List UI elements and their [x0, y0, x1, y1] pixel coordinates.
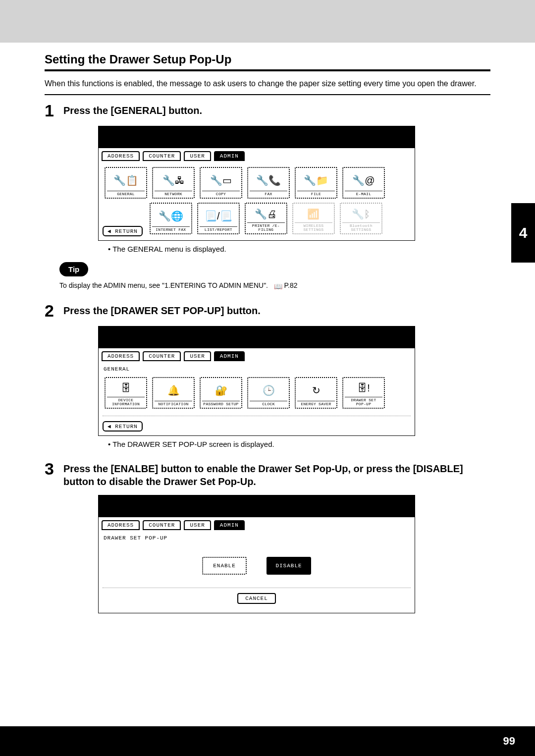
step-1: 1 Press the [GENERAL] button. ADDRESS CO…	[45, 102, 490, 290]
tip-badge: Tip	[59, 262, 88, 276]
divider-thin	[45, 94, 490, 95]
wireless-button: 📶 WIRELESS SETTINGS	[292, 203, 335, 234]
notification-icon: 🔔	[167, 379, 180, 401]
return-button-2[interactable]: ◀ RETURN	[103, 421, 143, 432]
step-3-number: 3	[45, 460, 58, 477]
clock-icon: 🕒	[263, 379, 275, 401]
bluetooth-label: Bluetooth SETTINGS	[342, 222, 380, 232]
divider-thick	[45, 69, 490, 71]
tab-admin-3[interactable]: ADMIN	[214, 520, 245, 530]
deviceinfo-icon: 🗄	[121, 379, 131, 396]
passwordsetup-button[interactable]: 🔐 PASSWORD SETUP	[200, 377, 242, 409]
step-1-number: 1	[45, 102, 58, 119]
email-button[interactable]: 🔧@ E-MAIL	[342, 167, 385, 199]
icon-grid-row2: 🔧🌐 INTERNET FAX 📃/📃 LIST/REPORT 🔧🖨 PRINT…	[148, 201, 411, 236]
tab-user[interactable]: USER	[184, 151, 211, 161]
deviceinfo-button[interactable]: 🗄 DEVICE INFORMATION	[105, 377, 147, 409]
bluetooth-button: 🔧ᛒ Bluetooth SETTINGS	[340, 203, 382, 234]
deviceinfo-label: DEVICE INFORMATION	[107, 397, 145, 407]
step-3-screen: ADDRESS COUNTER USER ADMIN DRAWER SET PO…	[98, 495, 415, 613]
fax-icon: 🔧📞	[256, 169, 281, 191]
screen-header-black-2	[99, 326, 415, 348]
step-2: 2 Press the [DRAWER SET POP-UP] button. …	[45, 302, 490, 448]
printer-efiling-button[interactable]: 🔧🖨 PRINTER /E-FILING	[245, 203, 287, 234]
tab-counter[interactable]: COUNTER	[143, 151, 181, 161]
fax-button[interactable]: 🔧📞 FAX	[247, 167, 290, 199]
file-label: FILE	[297, 191, 335, 196]
copy-icon: 🔧▭	[210, 169, 232, 191]
step-2-title: Press the [DRAWER SET POP-UP] button.	[63, 302, 261, 317]
tab-admin[interactable]: ADMIN	[214, 151, 245, 161]
top-gray-bar	[0, 0, 535, 43]
tab-address[interactable]: ADDRESS	[102, 151, 140, 161]
step-3: 3 Press the [ENALBE] button to enable th…	[45, 460, 490, 613]
fax-label: FAX	[250, 191, 287, 196]
wireless-icon: 📶	[307, 205, 320, 222]
tip-text: To display the ADMIN menu, see "1.ENTERI…	[59, 281, 490, 290]
listreport-button[interactable]: 📃/📃 LIST/REPORT	[197, 203, 240, 234]
network-button[interactable]: 🔧🖧 NETWORK	[152, 167, 195, 199]
breadcrumb-general: GENERAL	[103, 365, 411, 375]
tab-counter-3[interactable]: COUNTER	[143, 520, 181, 530]
tab-counter-2[interactable]: COUNTER	[143, 351, 181, 361]
email-icon: 🔧@	[352, 169, 374, 191]
file-button[interactable]: 🔧📁 FILE	[295, 167, 337, 199]
book-icon: 📖	[270, 282, 282, 290]
general-icon: 🔧📋	[113, 169, 138, 191]
printer-label: PRINTER /E-FILING	[247, 222, 285, 232]
screen-tabs-3: ADDRESS COUNTER USER ADMIN	[99, 517, 415, 530]
energysaver-button[interactable]: ↻ ENERGY SAVER	[295, 377, 337, 409]
disable-button[interactable]: DISABLE	[267, 557, 311, 575]
bluetooth-icon: 🔧ᛒ	[352, 205, 370, 222]
listreport-label: LIST/REPORT	[200, 226, 237, 232]
step-2-screen: ADDRESS COUNTER USER ADMIN GENERAL 🗄 DEV…	[98, 326, 415, 436]
internetfax-button[interactable]: 🔧🌐 INTERNET FAX	[150, 203, 192, 234]
tab-address-2[interactable]: ADDRESS	[102, 351, 140, 361]
wireless-label: WIRELESS SETTINGS	[295, 222, 332, 232]
network-label: NETWORK	[155, 191, 192, 196]
clock-button[interactable]: 🕒 CLOCK	[247, 377, 290, 409]
internetfax-icon: 🔧🌐	[159, 205, 183, 226]
energy-label: ENERGY SAVER	[297, 401, 335, 406]
icon-grid-row1: 🔧📋 GENERAL 🔧🖧 NETWORK 🔧▭ COPY 🔧�	[103, 165, 411, 201]
general-button[interactable]: 🔧📋 GENERAL	[105, 167, 147, 199]
enable-button[interactable]: ENABLE	[202, 557, 247, 575]
notification-button[interactable]: 🔔 NOTIFICATION	[152, 377, 195, 409]
chapter-tab: 4	[511, 203, 535, 263]
network-icon: 🔧🖧	[162, 169, 185, 191]
step-2-number: 2	[45, 302, 58, 319]
footer-bar: 99	[0, 726, 535, 756]
tab-user-3[interactable]: USER	[184, 520, 211, 530]
cancel-button[interactable]: CANCEL	[237, 593, 276, 604]
screen-tabs-2: ADDRESS COUNTER USER ADMIN	[99, 348, 415, 361]
password-icon: 🔐	[215, 379, 227, 401]
copy-button[interactable]: 🔧▭ COPY	[200, 167, 242, 199]
step-1-bullet: The GENERAL menu is displayed.	[108, 245, 490, 253]
internetfax-label: INTERNET FAX	[152, 226, 190, 232]
tab-admin-2[interactable]: ADMIN	[214, 351, 245, 361]
clock-label: CLOCK	[250, 401, 287, 406]
step-1-screen: ADDRESS COUNTER USER ADMIN 🔧📋 GENERAL 🔧🖧…	[98, 126, 415, 241]
email-label: E-MAIL	[345, 191, 382, 196]
file-icon: 🔧📁	[304, 169, 328, 191]
screen-tabs: ADDRESS COUNTER USER ADMIN	[99, 148, 415, 161]
breadcrumb-drawerset: DRAWER SET POP-UP	[103, 534, 411, 544]
icon-grid-general: 🗄 DEVICE INFORMATION 🔔 NOTIFICATION 🔐 PA…	[103, 375, 411, 411]
section-title: Setting the Drawer Setup Pop-Up	[45, 53, 490, 66]
step-1-title: Press the [GENERAL] button.	[63, 102, 202, 117]
energy-icon: ↻	[312, 379, 321, 401]
general-label: GENERAL	[107, 191, 145, 196]
notification-label: NOTIFICATION	[155, 401, 192, 406]
step-3-title: Press the [ENALBE] button to enable the …	[63, 460, 490, 488]
step-2-bullet: The DRAWER SET POP-UP screen is displaye…	[108, 440, 490, 448]
tab-user-2[interactable]: USER	[184, 351, 211, 361]
return-button[interactable]: ◀ RETURN	[103, 226, 143, 236]
tab-address-3[interactable]: ADDRESS	[102, 520, 140, 530]
printer-icon: 🔧🖨	[255, 205, 277, 222]
drawerset-label: DRAWER SET POP-UP	[345, 397, 382, 407]
copy-label: COPY	[202, 191, 240, 196]
drawersetpopup-button[interactable]: 🗄! DRAWER SET POP-UP	[342, 377, 385, 409]
screen-header-black-3	[99, 495, 415, 517]
screen-header-black	[99, 126, 415, 148]
drawerset-icon: 🗄!	[357, 379, 370, 396]
